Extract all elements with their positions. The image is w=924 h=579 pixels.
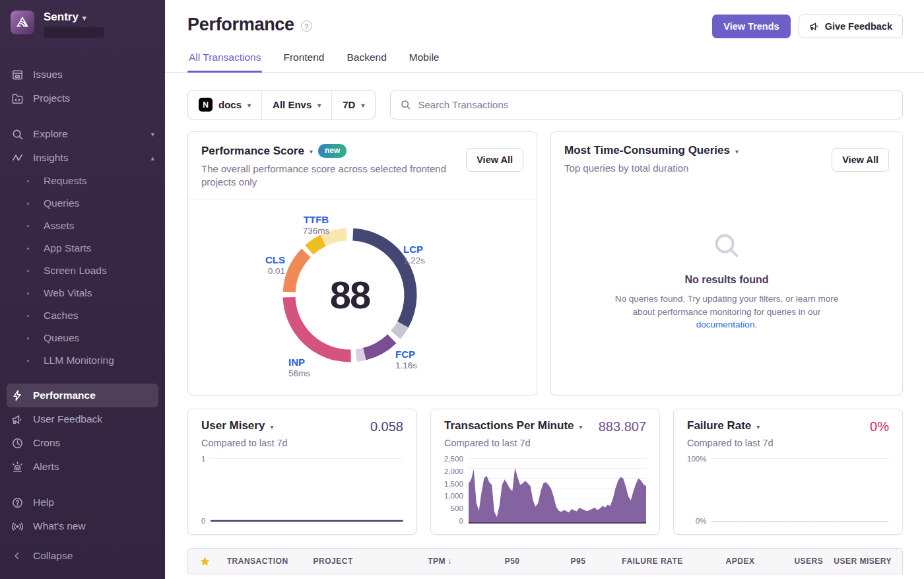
sidebar-item-caches[interactable]: Caches [0,304,165,327]
search-transactions-input[interactable] [418,99,893,110]
column-header-failure-rate[interactable]: FAILURE RATE [591,557,688,566]
chevron-down-icon[interactable]: ▾ [735,148,739,155]
user-misery-chart[interactable] [211,455,403,525]
sort-desc-icon: ↓ [447,557,452,566]
failure-rate-value: 0% [870,419,889,434]
sidebar-item-screen-loads[interactable]: Screen Loads [0,259,165,282]
sidebar-item-projects[interactable]: Projects [0,86,165,110]
vital-label: TTFB [288,214,344,225]
queries-card: Most Time-Consuming Queries ▾ Top querie… [550,131,903,395]
tpm-chart[interactable] [469,455,646,525]
empty-state-body: No queries found. Try updating your filt… [615,294,838,317]
sub-item-label: Queries [44,197,79,209]
user-misery-subtitle: Compared to last 7d [201,438,403,448]
bullet-icon [21,248,34,250]
star-column-header[interactable] [188,556,222,567]
tab-frontend[interactable]: Frontend [282,51,325,72]
y-tick: 100% [687,455,706,463]
column-header-tpm[interactable]: TPM↓ [393,557,457,566]
sidebar-item-web-vitals[interactable]: Web Vitals [0,282,165,304]
column-header-transaction[interactable]: TRANSACTION [222,557,308,566]
queries-view-all-button[interactable]: View All [832,148,889,172]
tab-all-transactions[interactable]: All Transactions [187,51,262,72]
column-header-users[interactable]: USERS [760,557,828,566]
sidebar-item-label: Crons [33,437,60,449]
date-range-selector[interactable]: 7D ▾ [331,90,375,119]
vital-fcp[interactable]: FCP 1.16s [395,349,417,370]
chevron-down-icon: ▾ [248,102,251,109]
vital-inp[interactable]: INP 56ms [288,357,310,378]
sub-item-label: Caches [44,310,79,322]
sidebar-item-explore[interactable]: Explore ▾ [0,122,165,146]
vital-lcp[interactable]: LCP 1.22s [403,244,425,265]
sidebar-item-performance[interactable]: Performance [7,384,158,407]
sidebar-item-requests[interactable]: Requests [0,170,165,192]
view-trends-button[interactable]: View Trends [712,15,790,38]
chevron-down-icon[interactable]: ▾ [756,423,760,430]
sidebar-item-label: Help [33,496,54,508]
sidebar-item-help[interactable]: Help [0,491,165,514]
tab-bar: All Transactions Frontend Backend Mobile [165,51,924,73]
vital-label: CLS [244,254,285,265]
empty-state-title: No results found [684,274,768,286]
sidebar-item-assets[interactable]: Assets [0,215,165,237]
environment-selector-value: All Envs [273,99,312,110]
bullet-icon [21,180,34,182]
give-feedback-button[interactable]: Give Feedback [799,15,903,38]
sidebar-item-alerts[interactable]: Alerts [0,455,165,479]
chevron-down-icon: ▾ [82,14,86,22]
web-vitals-ring: 88 TTFB 736ms LCP 1.22s CLS 0.01 INP [188,199,537,395]
chevron-down-icon[interactable]: ▾ [270,423,273,430]
vital-ttfb[interactable]: TTFB 736ms [288,214,344,236]
column-header-p95[interactable]: P95 [525,557,591,566]
sub-item-label: Assets [44,220,75,232]
column-header-project[interactable]: PROJECT [308,557,393,566]
user-misery-title: User Misery [201,419,265,432]
column-header-user-misery[interactable]: USER MISERY [828,557,902,566]
chevron-left-icon [11,551,24,561]
column-header-p50[interactable]: P50 [457,557,525,566]
chevron-down-icon[interactable]: ▾ [310,148,313,155]
page-filter-bar: N docs ▾ All Envs ▾ 7D ▾ [187,90,376,119]
sidebar-collapse-button[interactable]: Collapse [0,543,165,568]
column-header-apdex[interactable]: APDEX [688,557,760,566]
sidebar-item-label: Alerts [33,461,59,473]
help-icon [11,496,24,509]
sidebar-item-whats-new[interactable]: What's new [0,514,165,538]
y-tick: 500 [451,504,463,512]
project-selector-value: docs [218,99,242,110]
sidebar-item-insights[interactable]: Insights ▴ [0,146,165,170]
environment-selector[interactable]: All Envs ▾ [261,90,331,119]
documentation-link[interactable]: documentation [696,320,755,329]
sidebar-item-issues[interactable]: Issues [0,63,165,86]
sidebar-item-llm-monitoring[interactable]: LLM Monitoring [0,349,165,372]
search-icon [711,230,742,263]
performance-score-title: Performance Score [201,145,304,158]
performance-score-view-all-button[interactable]: View All [466,148,523,172]
y-tick: 1 [201,455,205,463]
tab-backend[interactable]: Backend [345,51,387,72]
tpm-y-axis: 2,500 2,000 1,500 1,000 500 0 [444,455,463,525]
tab-mobile[interactable]: Mobile [408,51,441,72]
sidebar-item-app-starts[interactable]: App Starts [0,237,165,259]
nextjs-project-icon: N [199,98,213,112]
bullet-icon [21,203,34,205]
sidebar-item-label: Explore [33,128,68,140]
vital-cls[interactable]: CLS 0.01 [244,254,285,276]
collapse-label: Collapse [33,550,73,562]
failure-rate-chart[interactable] [711,455,889,525]
sidebar-item-queries[interactable]: Queries [0,192,165,215]
sidebar-item-user-feedback[interactable]: User Feedback [0,407,165,431]
chevron-down-icon[interactable]: ▾ [579,423,583,430]
page-help-icon[interactable]: ? [301,20,312,32]
lightning-icon [11,389,24,402]
column-label: TPM [428,557,446,566]
org-switcher[interactable]: Sentry ▾ [0,0,165,42]
sub-item-label: App Starts [44,242,91,254]
sidebar-nav: Issues Projects Explore ▾ Insights ▴ Req… [0,56,165,543]
project-selector[interactable]: N docs ▾ [188,90,261,119]
sidebar-item-crons[interactable]: Crons [0,431,165,455]
sidebar-item-queues[interactable]: Queues [0,327,165,349]
search-transactions-box[interactable] [390,90,903,119]
sentry-logo-icon [11,11,34,34]
